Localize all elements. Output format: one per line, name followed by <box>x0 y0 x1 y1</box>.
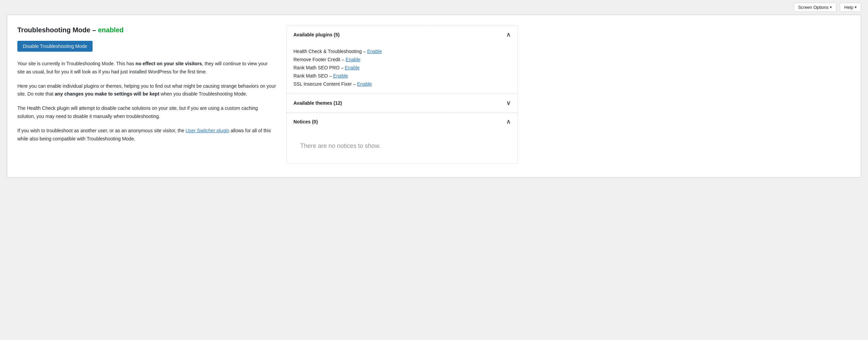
accordion-themes-chevron-icon <box>506 99 511 107</box>
accordion-available-plugins: Available plugins (5) Health Check & Tro… <box>287 26 517 94</box>
top-bar: Screen Options ▾ Help ▾ <box>0 0 868 15</box>
plugin-name: Remove Footer Credit <box>293 57 340 62</box>
accordion-notices-header[interactable]: Notices (0) <box>287 113 517 131</box>
page-title: Troubleshooting Mode – enabled <box>17 25 276 35</box>
accordion-plugins-header[interactable]: Available plugins (5) <box>287 26 517 44</box>
plugin-enable-link[interactable]: Enable <box>333 73 348 79</box>
screen-options-button[interactable]: Screen Options ▾ <box>794 3 837 12</box>
plugin-name: Rank Math SEO PRO <box>293 65 339 70</box>
accordion-available-themes: Available themes (12) <box>287 94 517 113</box>
layout: Troubleshooting Mode – enabled Disable T… <box>17 25 851 164</box>
accordion-notices-body: There are no notices to show. <box>287 131 517 163</box>
list-item: SSL Insecure Content Fixer – Enable <box>293 81 511 87</box>
left-panel: Troubleshooting Mode – enabled Disable T… <box>17 25 276 164</box>
page-title-prefix: Troubleshooting Mode – <box>17 26 98 34</box>
help-chevron-icon: ▾ <box>855 5 857 10</box>
user-switcher-link[interactable]: User Switcher plugin <box>186 128 229 133</box>
plugin-name: Health Check & Troubleshooting <box>293 49 362 54</box>
plugin-name: Rank Math SEO <box>293 73 328 79</box>
plugin-enable-link[interactable]: Enable <box>345 65 360 70</box>
description-p2: Here you can enable individual plugins o… <box>17 82 276 99</box>
main-container: Troubleshooting Mode – enabled Disable T… <box>7 15 861 177</box>
accordion-themes-title: Available themes (12) <box>293 100 342 106</box>
accordion-themes-header[interactable]: Available themes (12) <box>287 94 517 112</box>
list-item: Health Check & Troubleshooting – Enable <box>293 49 511 54</box>
help-label: Help <box>844 5 853 10</box>
description-p1: Your site is currently in Troubleshootin… <box>17 60 276 76</box>
description-p4: If you wish to troubleshoot as another u… <box>17 127 276 143</box>
accordion-plugins-body: Health Check & Troubleshooting – Enable … <box>287 44 517 94</box>
description-p3: The Health Check plugin will attempt to … <box>17 104 276 121</box>
accordion-notices: Notices (0) There are no notices to show… <box>287 113 517 163</box>
screen-options-label: Screen Options <box>798 5 829 10</box>
disable-troubleshooting-button[interactable]: Disable Troubleshooting Mode <box>17 41 93 52</box>
accordion-plugins-chevron-icon <box>506 31 511 38</box>
right-panel: Available plugins (5) Health Check & Tro… <box>286 25 518 164</box>
notices-empty-message: There are no notices to show. <box>293 136 511 156</box>
description: Your site is currently in Troubleshootin… <box>17 60 276 143</box>
plugin-enable-link[interactable]: Enable <box>367 49 382 54</box>
accordion-plugins-title: Available plugins (5) <box>293 32 340 37</box>
accordion-notices-chevron-icon <box>506 118 511 125</box>
plugin-enable-link[interactable]: Enable <box>357 81 372 87</box>
help-button[interactable]: Help ▾ <box>840 3 861 12</box>
list-item: Rank Math SEO – Enable <box>293 73 511 79</box>
plugin-enable-link[interactable]: Enable <box>345 57 360 62</box>
list-item: Remove Footer Credit – Enable <box>293 57 511 62</box>
accordion-notices-title: Notices (0) <box>293 119 318 124</box>
plugin-name: SSL Insecure Content Fixer <box>293 81 352 87</box>
plugin-list: Health Check & Troubleshooting – Enable … <box>293 49 511 87</box>
list-item: Rank Math SEO PRO – Enable <box>293 65 511 70</box>
screen-options-chevron-icon: ▾ <box>830 5 832 10</box>
page-title-status: enabled <box>98 26 124 34</box>
